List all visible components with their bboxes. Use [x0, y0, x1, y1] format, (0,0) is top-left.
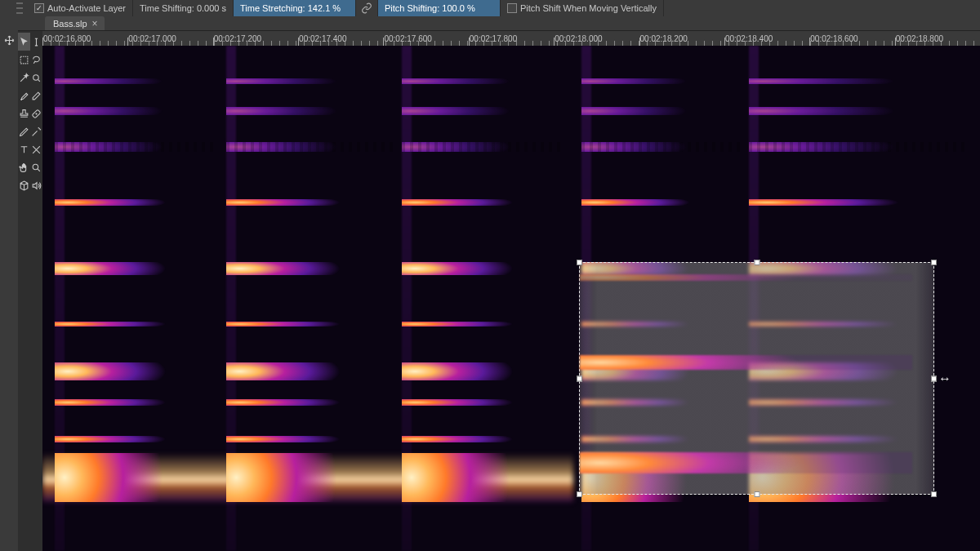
resize-handle-s[interactable] — [754, 491, 760, 497]
resize-handle-n[interactable] — [754, 260, 760, 265]
timeline-ruler[interactable]: 00:02:16.80000:02:17.00000:02:17.20000:0… — [42, 31, 980, 46]
cube-tool[interactable] — [18, 176, 30, 194]
move-tool[interactable] — [1, 31, 17, 49]
pitch-vert-label: Pitch Shift When Moving Vertically — [520, 3, 657, 13]
marquee-tool[interactable] — [18, 51, 30, 69]
ruler-time-label: 00:02:18.400 — [725, 34, 773, 43]
tool-strip-left — [0, 16, 18, 551]
zoom-tool[interactable] — [30, 158, 42, 176]
resize-handle-nw[interactable] — [577, 260, 582, 265]
time-shifting-field[interactable]: Time Shifting: 0.000 s — [133, 0, 234, 16]
spectral-segment — [55, 78, 218, 84]
spectral-segment — [226, 362, 394, 380]
tool-palette — [18, 31, 42, 551]
ruler-time-label: 00:02:18.800 — [896, 34, 943, 43]
auto-activate-label: Auto-Activate Layer — [47, 3, 126, 13]
resize-handle-w[interactable] — [577, 375, 582, 381]
time-shifting-label: Time Shifting: — [140, 3, 194, 13]
selection-band — [580, 355, 912, 370]
resize-handle-se[interactable] — [931, 491, 937, 497]
spectral-segment — [55, 142, 218, 152]
time-shifting-value: 0.000 s — [197, 3, 226, 13]
spectral-segment — [55, 436, 218, 442]
spectral-segment — [55, 362, 218, 380]
spray-tool[interactable] — [30, 122, 42, 140]
ruler-time-label: 00:02:16.800 — [43, 34, 91, 43]
svg-rect-0 — [20, 56, 28, 64]
time-stretching-field[interactable]: Time Stretching: 142.1 % — [234, 0, 356, 16]
selection-marquee[interactable]: ↔ — [579, 262, 934, 495]
ruler-time-label: 00:02:17.000 — [128, 34, 176, 43]
toolbar-grip-icon[interactable] — [16, 2, 23, 14]
checkbox-icon[interactable] — [34, 3, 44, 13]
ruler-time-label: 00:02:17.400 — [299, 34, 346, 43]
pitch-shifting-value: 100.0 % — [442, 3, 474, 13]
auto-activate-layer-toggle[interactable]: Auto-Activate Layer — [28, 0, 133, 16]
spectrogram-viewport[interactable]: ↔ — [42, 46, 980, 551]
ruler-time-label: 00:02:18.600 — [810, 34, 858, 43]
spectral-segment — [55, 199, 218, 206]
ruler-time-label: 00:02:17.200 — [214, 34, 261, 43]
heal-tool[interactable] — [30, 104, 42, 122]
spectral-segment — [55, 399, 218, 406]
eraser-tool[interactable] — [30, 87, 42, 104]
spectral-segment — [402, 399, 565, 406]
spectral-segment — [581, 199, 741, 206]
close-icon[interactable]: × — [92, 19, 98, 29]
pitch-shifting-label: Pitch Shifting: — [385, 3, 439, 13]
svg-point-1 — [33, 74, 39, 80]
spectral-segment — [402, 262, 565, 275]
checkbox-icon[interactable] — [507, 3, 517, 13]
spectral-segment — [55, 262, 218, 275]
selection-band — [580, 452, 912, 473]
spectral-segment — [226, 436, 394, 442]
time-stretching-label: Time Stretching: — [240, 3, 305, 13]
ruler-time-label: 00:02:17.600 — [384, 34, 431, 43]
resize-handle-ne[interactable] — [931, 260, 937, 265]
spectral-segment — [226, 78, 394, 84]
resize-handle-sw[interactable] — [577, 491, 582, 497]
resize-handle-e[interactable] — [931, 375, 937, 381]
spectral-segment — [226, 453, 394, 502]
brush-tool[interactable] — [18, 87, 30, 104]
pen-tool[interactable] — [18, 122, 30, 140]
stamp-tool[interactable] — [18, 104, 30, 122]
speaker-tool[interactable] — [30, 176, 42, 194]
wand-tool[interactable] — [18, 69, 30, 87]
pitch-shift-vertical-toggle[interactable]: Pitch Shift When Moving Vertically — [501, 0, 664, 16]
spectral-segment — [581, 107, 741, 115]
spectral-segment — [749, 107, 969, 115]
svg-point-3 — [33, 164, 38, 170]
spectral-segment — [402, 362, 565, 380]
spectral-segment — [749, 142, 969, 152]
spectral-segment — [226, 199, 394, 206]
document-tab[interactable]: Bass.slp × — [45, 16, 105, 30]
spectral-segment — [581, 78, 741, 84]
magic-select-tool[interactable] — [30, 69, 42, 87]
selection-content — [580, 263, 933, 494]
harmonic-band — [42, 107, 980, 115]
spectral-segment — [226, 142, 394, 152]
lasso-tool[interactable] — [30, 51, 42, 69]
spectral-segment — [402, 78, 565, 84]
spectral-segment — [749, 78, 969, 84]
spectral-segment — [402, 436, 565, 442]
stretch-arrow-icon[interactable]: ↔ — [938, 371, 951, 386]
selection-band — [580, 274, 912, 281]
spectral-segment — [226, 399, 394, 406]
spectral-segment — [402, 453, 565, 502]
pitch-shifting-field[interactable]: Pitch Shifting: 100.0 % — [378, 0, 501, 16]
spectral-segment — [226, 262, 394, 275]
type-tool[interactable] — [18, 140, 30, 158]
spectral-segment — [55, 322, 218, 327]
pointer-tool[interactable] — [18, 33, 30, 51]
spectral-segment — [55, 107, 218, 115]
transform-tool[interactable] — [30, 140, 42, 158]
harmonic-band — [42, 142, 980, 152]
ruler-time-label: 00:02:17.800 — [470, 34, 517, 43]
document-tab-row: Bass.slp × — [0, 16, 980, 31]
text-cursor-tool[interactable] — [30, 33, 42, 51]
link-toggle[interactable] — [356, 0, 378, 16]
spectral-segment — [226, 322, 394, 327]
hand-tool[interactable] — [18, 158, 30, 176]
